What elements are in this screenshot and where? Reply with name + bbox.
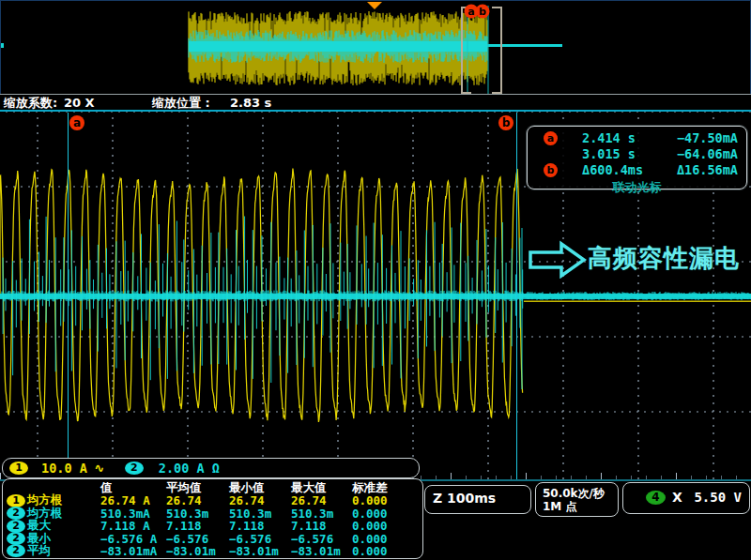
annotation-text: 高频容性漏电	[588, 242, 740, 275]
ch2-impedance-icon: Ω	[212, 461, 220, 476]
cursor-readout-panel: a 2.414 s −47.50mA 3.015 s −64.06mA b Δ6…	[527, 126, 747, 189]
zoom-factor-value: 20 X	[64, 95, 95, 111]
zoom-info-bar: 缩放系数: 20 X 缩放位置 : 2.83 s	[0, 94, 751, 111]
overview-zoom-window[interactable]: b a	[1, 1, 751, 94]
zoom-factor-label: 缩放系数:	[4, 95, 57, 111]
measurement-value: −83.01mA	[100, 544, 166, 558]
horizontal-scale-value: Z 100ms	[433, 491, 496, 506]
trigger-box[interactable]: 4 X 5.50 V	[622, 482, 750, 514]
ch1-coupling-icon: ∿	[95, 462, 104, 475]
measurement-row: 2 平均 −83.01mA −83.01m −83.01m −83.01m 0.…	[3, 543, 422, 555]
measurement-stddev: 0.000	[352, 544, 422, 558]
overview-panel: b a	[0, 0, 751, 95]
acquisition-box[interactable]: 50.0k次/秒 1M 点	[535, 482, 619, 517]
overview-marker-b-label: b	[479, 6, 486, 18]
cursor-delta-time: Δ600.4ms	[582, 162, 643, 177]
trigger-channel-badge: 4	[646, 491, 666, 505]
linked-cursors-label: 联动光标	[528, 179, 746, 196]
ch2-badge[interactable]: 2	[125, 462, 144, 475]
cursor-a-line[interactable]	[68, 113, 69, 479]
cursor-a-badge[interactable]: a	[69, 115, 84, 130]
measurement-min: −83.01m	[229, 544, 291, 558]
measurement-channel-badge: 2	[7, 544, 25, 557]
cursor-a-value: −47.50mA	[677, 130, 738, 145]
zoom-bracket-left	[462, 8, 471, 93]
expand-point-icon	[367, 2, 382, 9]
annotation-arrow-icon	[526, 239, 591, 279]
zoom-position-label: 缩放位置 :	[152, 95, 210, 111]
overview-marker-a-label: a	[467, 6, 474, 18]
measurement-table: 值 平均值 最小值 最大值 标准差 1 均方根 26.74 A 26.74 26…	[2, 478, 423, 559]
cursor-b-value: −64.06mA	[677, 146, 738, 161]
cursor-delta-value: Δ16.56mA	[677, 162, 738, 177]
cursor-b-time: 3.015 s	[582, 146, 636, 161]
cursor-b-badge[interactable]: b	[498, 115, 513, 130]
cursor-readout-b-badge: b	[544, 163, 558, 177]
trigger-level-value: 5.50 V	[694, 490, 742, 505]
oscilloscope-screen: b a 缩放系数: 20 X 缩放位置 : 2.83 s a b a 2.414…	[0, 0, 751, 560]
cursor-readout-a-badge: a	[544, 131, 558, 145]
ch1-badge[interactable]: 1	[9, 462, 28, 475]
measurement-max: −83.01m	[291, 544, 352, 558]
cursor-a-time: 2.414 s	[582, 130, 636, 145]
measurement-mean: −83.01m	[166, 544, 229, 558]
record-length: 1M 点	[543, 499, 576, 515]
measurement-row: 2 最小 −6.576 A −6.576 −6.576 −6.576 0.000	[3, 531, 422, 543]
measurement-row: 2 最大 7.118 A 7.118 7.118 7.118 0.000	[3, 518, 422, 530]
ch2-scale: 2.00 A	[159, 461, 205, 476]
zoom-bracket-right	[492, 8, 501, 93]
channel-settings-bar[interactable]: 1 10.0 A ∿ 2 2.00 A Ω	[2, 458, 420, 478]
measurement-row: 2 均方根 510.3mA 510.3m 510.3m 510.3m 0.000	[3, 506, 422, 518]
measurement-label: 平均	[27, 543, 51, 559]
cursor-b-line[interactable]	[516, 113, 517, 479]
measurement-row: 1 均方根 26.74 A 26.74 26.74 26.74 0.000	[3, 492, 422, 505]
horizontal-scale-box[interactable]: Z 100ms	[424, 485, 531, 514]
ch1-scale: 10.0 A	[41, 461, 87, 476]
trigger-slope-icon: X	[672, 490, 682, 505]
zoom-position-value: 2.83 s	[230, 95, 271, 111]
